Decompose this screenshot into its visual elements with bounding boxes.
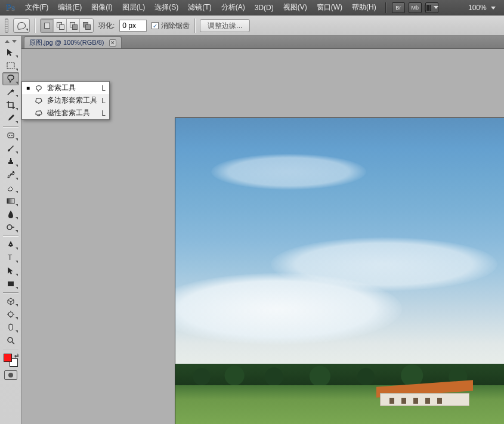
color-swatches[interactable]: ⇄: [2, 352, 19, 368]
svg-point-3: [11, 135, 13, 136]
flyout-shortcut: L: [101, 84, 106, 92]
toolbox-separator: [3, 126, 18, 127]
rectangle-shape-tool[interactable]: [2, 277, 19, 290]
svg-rect-0: [7, 63, 14, 69]
panel-grip-icon[interactable]: [5, 18, 8, 33]
squares-add-icon: [57, 22, 64, 29]
gradient-tool[interactable]: [2, 194, 19, 208]
3d-object-tool[interactable]: [2, 295, 19, 308]
bridge-button[interactable]: Br: [392, 2, 405, 13]
brush-tool[interactable]: [2, 142, 19, 155]
dodge-tool[interactable]: [2, 221, 19, 234]
crop-tool[interactable]: [2, 98, 19, 112]
selection-subtract-button[interactable]: [67, 19, 80, 32]
app-logo: Ps: [5, 2, 20, 13]
svg-point-7: [10, 244, 11, 245]
quick-mask-button[interactable]: [4, 370, 17, 380]
polygonal-lasso-icon: [34, 97, 44, 105]
flyout-label: 多边形套索工具: [47, 95, 98, 106]
selection-intersect-button[interactable]: [80, 19, 93, 32]
flyout-item-poly-lasso[interactable]: 多边形套索工具 L: [22, 94, 109, 107]
chevron-down-icon: [491, 7, 496, 10]
image-content: [175, 273, 402, 345]
3d-camera-tool[interactable]: [2, 308, 19, 321]
menu-view[interactable]: 视图(V): [279, 0, 311, 15]
flyout-item-lasso[interactable]: ■ 套索工具 L: [22, 82, 109, 94]
menu-file[interactable]: 文件(F): [21, 0, 52, 15]
menu-select[interactable]: 选择(S): [150, 0, 183, 15]
menu-window[interactable]: 窗口(W): [313, 0, 347, 15]
squares-sub-icon: [70, 22, 77, 29]
clone-stamp-tool[interactable]: [2, 155, 19, 168]
svg-rect-4: [10, 158, 11, 160]
selection-mode-group: [40, 18, 94, 33]
canvas[interactable]: [175, 117, 504, 424]
lasso-flyout-menu: ■ 套索工具 L 多边形套索工具 L 磁性套索工具 L: [21, 81, 110, 120]
toolbox: T ⇄: [0, 36, 21, 424]
magic-wand-tool[interactable]: [2, 85, 19, 98]
close-document-button[interactable]: ✕: [109, 39, 116, 47]
svg-point-10: [8, 312, 13, 317]
checkbox-checked-icon: [151, 22, 159, 29]
menu-filter[interactable]: 滤镜(T): [184, 0, 215, 15]
menu-analysis[interactable]: 分析(A): [217, 0, 249, 15]
antialias-label: 消除锯齿: [161, 21, 190, 31]
divider: [35, 18, 35, 33]
foreground-color-swatch[interactable]: [4, 354, 12, 362]
image-content: [380, 380, 469, 406]
menu-3d[interactable]: 3D(D): [251, 1, 278, 14]
hand-tool[interactable]: [2, 321, 19, 334]
toolbox-separator: [3, 349, 18, 349]
options-bar: 羽化: 消除锯齿 调整边缘...: [0, 16, 504, 36]
menu-image[interactable]: 图像(I): [87, 0, 116, 15]
svg-rect-5: [7, 199, 14, 203]
chevron-down-icon: [434, 6, 438, 9]
history-brush-tool[interactable]: [2, 168, 19, 181]
magnetic-lasso-icon: [34, 109, 44, 117]
zoom-tool[interactable]: [2, 334, 19, 347]
pen-tool[interactable]: [2, 238, 19, 251]
lasso-tool[interactable]: [2, 72, 19, 85]
menu-edit[interactable]: 编辑(E): [54, 0, 86, 15]
filmstrip-icon: [425, 5, 431, 11]
eyedropper-tool[interactable]: [2, 112, 19, 125]
toolbox-separator: [3, 236, 18, 236]
zoom-value: 100%: [468, 4, 487, 12]
chevron-down-icon: [26, 29, 28, 31]
antialias-checkbox[interactable]: 消除锯齿: [151, 21, 190, 31]
svg-rect-1: [8, 133, 14, 138]
flyout-label: 磁性套索工具: [47, 108, 98, 118]
svg-text:T: T: [8, 253, 13, 262]
image-content: [211, 154, 366, 190]
menu-divider: [385, 2, 386, 13]
flyout-item-magnetic-lasso[interactable]: 磁性套索工具 L: [22, 107, 109, 119]
current-tool-preset[interactable]: [13, 18, 30, 33]
svg-point-2: [9, 135, 10, 136]
selection-add-button[interactable]: [54, 19, 67, 32]
type-tool[interactable]: T: [2, 251, 19, 264]
refine-edge-button[interactable]: 调整边缘...: [200, 19, 250, 32]
menu-help[interactable]: 帮助(H): [348, 0, 381, 15]
eraser-tool[interactable]: [2, 181, 19, 194]
squares-int-icon: [83, 22, 90, 29]
zoom-level[interactable]: 100%: [465, 4, 499, 12]
minibridge-button[interactable]: Mb: [409, 2, 422, 13]
healing-brush-tool[interactable]: [2, 129, 19, 142]
blur-tool[interactable]: [2, 208, 19, 221]
menu-layer[interactable]: 图层(L): [118, 0, 150, 15]
selection-new-button[interactable]: [41, 19, 54, 32]
circle-icon: [8, 373, 13, 377]
rectangular-marquee-tool[interactable]: [2, 59, 19, 72]
document-tab[interactable]: 原图.jpg @ 100%(RGB/8) ✕: [24, 36, 122, 48]
screen-mode-button[interactable]: [425, 2, 438, 13]
flyout-label: 套索工具: [47, 83, 98, 93]
toolbox-grip-icon[interactable]: [2, 38, 20, 44]
flyout-shortcut: L: [101, 97, 106, 105]
path-selection-tool[interactable]: [2, 264, 19, 277]
lasso-icon: [34, 84, 44, 92]
divider: [194, 18, 195, 33]
feather-input[interactable]: [119, 20, 147, 32]
move-tool[interactable]: [2, 46, 19, 59]
swap-colors-icon[interactable]: ⇄: [14, 352, 19, 358]
selected-mark-icon: ■: [26, 85, 30, 91]
